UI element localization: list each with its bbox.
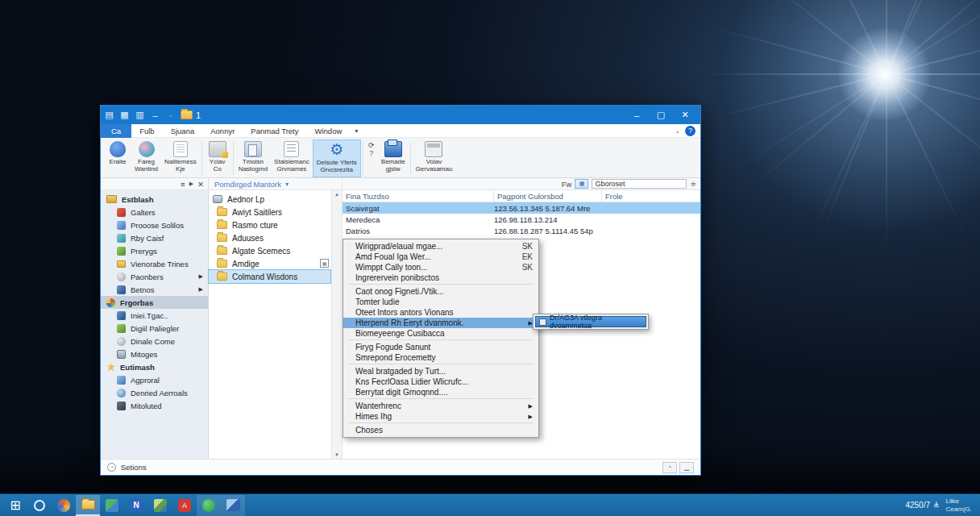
tree-root-item[interactable]: Aednor Lp — [209, 193, 330, 206]
hamburger-icon[interactable]: ≡ — [181, 180, 185, 189]
menu-item[interactable]: Caot onog Figneti./Vtik... — [343, 286, 538, 297]
tree-item-selected[interactable]: Colmand Wisdons — [209, 270, 330, 283]
sidebar-item[interactable]: Denried Aerroals — [101, 386, 208, 399]
photos-taskbar-button[interactable] — [100, 495, 124, 516]
maximize-button[interactable]: ▢ — [649, 106, 673, 124]
sidebar-item[interactable]: Prooose Solilos — [101, 218, 208, 231]
list-row[interactable]: Meredeca 126.98.118.13.214 — [343, 214, 700, 225]
tree-item[interactable]: Aduuses — [209, 231, 330, 244]
ribbon-button-3[interactable]: Nalitemess Kje — [161, 139, 200, 177]
thumbnail-view-button[interactable]: ▁ — [679, 462, 694, 473]
sidebar-item[interactable]: Paonbers ▶ — [101, 270, 208, 283]
tree-scrollbar[interactable]: ▲ ▼ — [331, 190, 342, 459]
sidebar-item[interactable]: Mitoluted — [101, 399, 208, 412]
menu-item[interactable]: Weal bratgaded by Turt... — [343, 366, 538, 377]
menu-item[interactable]: Wimppt Cally toon... SK — [343, 262, 538, 273]
sidebar-item[interactable]: Dinale Come — [101, 335, 208, 347]
ribbon-button-8[interactable]: Bemade gjsiw — [378, 139, 409, 177]
ribbon-button-4[interactable]: Yclav Co — [204, 139, 231, 177]
column-header-1[interactable]: Fina Tiuzdso — [343, 190, 494, 202]
tab-1[interactable]: Fulb — [131, 124, 162, 138]
qat-icon-1[interactable]: ▤ — [104, 110, 114, 120]
undo-help-button[interactable]: ⟳ ? — [365, 139, 378, 177]
ribbon-button-9[interactable]: Volav Gervasamau — [413, 139, 456, 177]
ribbon-button-1[interactable]: Eraite — [104, 139, 131, 177]
sidebar-item[interactable]: Vienorabe Trines — [101, 257, 208, 270]
scroll-down-icon[interactable]: ▼ — [334, 452, 339, 457]
menu-item[interactable]: Himes Ihg ▶ — [343, 411, 538, 422]
tab-4[interactable]: Panmad Trety — [243, 124, 306, 138]
qat-icon-3[interactable]: ▥ — [135, 110, 145, 120]
menu-item[interactable]: Kns FecrlOasa Lidier Wlicrufc... — [343, 377, 538, 387]
details-view-button[interactable]: ◔ — [662, 462, 677, 473]
sidebar-group-header[interactable]: Estblash — [101, 193, 208, 206]
qat-icon-2[interactable]: ▦ — [119, 110, 130, 120]
help-button[interactable]: ? — [685, 126, 696, 136]
menu-item[interactable]: Berrytat digit Grnoqnnd.... — [343, 387, 538, 397]
sidebar-item[interactable]: Iniei.Tgac.. — [101, 309, 208, 322]
reader-taskbar-button[interactable]: A — [172, 495, 197, 516]
sidebar-item[interactable]: Galters — [101, 206, 208, 218]
blue-app-taskbar-button[interactable] — [221, 495, 245, 516]
pane-close-icon[interactable]: ✕ — [197, 180, 204, 189]
tab-2[interactable]: Sjuana — [163, 124, 203, 138]
notes-taskbar-button[interactable]: N — [124, 495, 148, 516]
green-app-taskbar-button[interactable] — [197, 495, 221, 516]
ribbon-button-6[interactable]: Stalsiemanc Grvnames — [271, 139, 313, 177]
tree-item[interactable]: Awiyt Saitilers — [209, 206, 330, 218]
close-button[interactable]: ✕ — [673, 106, 697, 124]
search-input[interactable] — [592, 179, 687, 189]
submenu-item-highlighted[interactable]: Dr/AG3A vtlegra dvoammetua — [535, 316, 646, 327]
menu-item[interactable]: Tomter ludie — [343, 297, 538, 307]
browser-taskbar-button[interactable] — [52, 495, 76, 516]
menu-item[interactable]: Ingrerervein ponibsctos — [343, 273, 538, 283]
item-badge[interactable]: ▦ — [320, 259, 329, 268]
tab-3[interactable]: Aonnyr — [202, 124, 243, 138]
ribbon-button-7-active[interactable]: ⚙ Delsote Yferts Grvcsrezita — [313, 139, 361, 177]
view-mode-button[interactable]: ▦ — [575, 179, 588, 189]
sidebar-item[interactable]: Rby Caisf — [101, 231, 208, 244]
tree-item[interactable]: Algate Scemecs — [209, 244, 330, 257]
ribbon-collapse-icon[interactable]: ⌄ — [675, 127, 680, 135]
file-explorer-taskbar-button[interactable] — [76, 495, 100, 516]
menu-item[interactable]: Wanterhrenc ▶ — [343, 401, 538, 411]
tab-overflow-icon[interactable]: ▾ — [350, 127, 363, 135]
expand-arrow-icon[interactable]: ▶ — [199, 273, 203, 280]
column-header-2[interactable]: Pagpont Gulorsbod — [494, 190, 602, 202]
tree-item[interactable]: Rasmo cture — [209, 218, 330, 231]
list-row-selected[interactable]: Scaivirgat 123.56.13.345 5.187.64 Mre — [343, 202, 700, 214]
sidebar-group-header[interactable]: Eutimash — [101, 360, 208, 373]
titlebar[interactable]: ▤ ▦ ▥ – · 1 – ▢ ✕ — [101, 106, 700, 124]
tab-file[interactable]: Ca — [101, 124, 131, 138]
menu-item[interactable]: Biomeyeenge Cusibacca — [343, 328, 538, 339]
menu-item-highlighted[interactable]: Hterpend Rh Eeryt dvanmonk. ▶ — [343, 318, 538, 328]
pane-pin-icon[interactable]: ▶ — [189, 181, 193, 187]
ribbon-button-5[interactable]: Tmoisn Nastogmd — [235, 139, 271, 177]
menu-item[interactable]: Amd Foual Iga Wer... EK — [343, 252, 538, 262]
minimize-button[interactable]: – — [625, 106, 649, 124]
sidebar-item[interactable]: Agproral — [101, 373, 208, 386]
sidebar-item[interactable]: Prerygs — [101, 244, 208, 257]
filter-icon[interactable]: ≑ — [690, 180, 696, 188]
chevron-down-icon[interactable]: ▾ — [285, 181, 289, 188]
sidebar-selected-header[interactable]: Frgorbas — [101, 296, 208, 309]
tab-5[interactable]: Window — [306, 124, 350, 138]
menu-item[interactable]: Choses — [343, 425, 538, 435]
ribbon-button-2[interactable]: Fareg Wantind — [131, 139, 161, 177]
sidebar-item[interactable]: Digiil Paliegler — [101, 322, 208, 335]
system-tray[interactable]: 4250/7 ≜ Lilke Ceam(G. — [905, 497, 977, 512]
sidebar-item[interactable]: Betnos ▶ — [101, 283, 208, 296]
expand-arrow-icon[interactable]: ▶ — [199, 286, 203, 293]
search-button[interactable] — [27, 495, 52, 516]
maps-taskbar-button[interactable] — [148, 495, 172, 516]
scroll-up-icon[interactable]: ▲ — [334, 192, 339, 197]
menu-item[interactable]: Oteet Intors antors Vionans — [343, 307, 538, 318]
tree-header[interactable]: Pomdirged Mantork ▾ — [209, 178, 343, 189]
start-button[interactable]: ⊞ — [3, 495, 27, 516]
menu-item[interactable]: Firyg Fogude Sanunt — [343, 342, 538, 352]
list-row[interactable]: Datrios 126.88.18.287 5.1114.45 54p — [343, 225, 700, 236]
menu-item[interactable]: Wirigprad/elaual mgae... SK — [343, 241, 538, 252]
menu-item[interactable]: Smrepond Erocemetty — [343, 352, 538, 363]
sidebar-item[interactable]: Mitoges — [101, 347, 208, 360]
tree-item[interactable]: Amdige ▦ — [209, 257, 330, 270]
